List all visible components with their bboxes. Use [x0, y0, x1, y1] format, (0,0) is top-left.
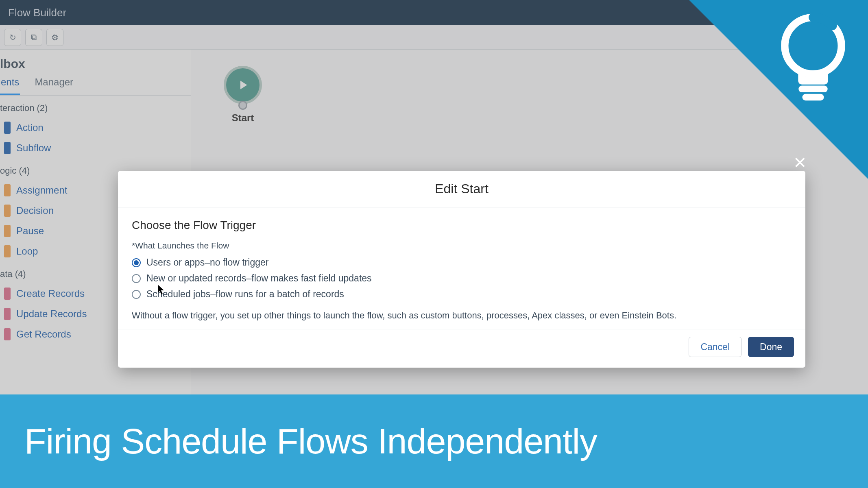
assignment-icon: [4, 184, 11, 196]
start-node-label: Start: [224, 112, 262, 124]
group-interaction: teraction (2): [0, 96, 191, 118]
lightbulb-icon: [774, 12, 852, 103]
modal-footer: Cancel Done: [118, 329, 805, 368]
radio-icon: [132, 274, 141, 283]
loop-icon: [4, 245, 11, 257]
required-label: *What Launches the Flow: [132, 241, 792, 251]
start-node[interactable]: Start: [224, 66, 262, 124]
radio-icon: [132, 258, 141, 267]
radio-option-scheduled-jobs[interactable]: Scheduled jobs–flow runs for a batch of …: [132, 286, 792, 302]
radio-icon: [132, 290, 141, 299]
app-title: Flow Builder: [8, 7, 66, 19]
title-banner: Firing Schedule Flows Independently: [0, 394, 868, 488]
settings-button[interactable]: ⚙: [46, 29, 63, 46]
tab-manager[interactable]: Manager: [34, 76, 74, 95]
radio-option-users-apps[interactable]: Users or apps–no flow trigger: [132, 255, 792, 270]
radio-option-new-updated-records[interactable]: New or updated records–flow makes fast f…: [132, 270, 792, 286]
done-button[interactable]: Done: [748, 337, 794, 357]
banner-title: Firing Schedule Flows Independently: [24, 420, 597, 462]
pause-icon: [4, 225, 11, 237]
help-text: Without a flow trigger, you set up other…: [132, 310, 792, 321]
toolbox-tabs: ents Manager: [0, 76, 191, 96]
get-records-icon: [4, 328, 11, 340]
toolbox-heading: lbox: [0, 50, 191, 76]
subflow-icon: [4, 142, 11, 154]
modal-body: Choose the Flow Trigger *What Launches t…: [118, 207, 805, 329]
start-node-connector[interactable]: [238, 101, 247, 110]
update-records-icon: [4, 308, 11, 320]
action-icon: [4, 122, 11, 134]
section-title: Choose the Flow Trigger: [132, 219, 792, 232]
tab-elements[interactable]: ents: [0, 76, 20, 95]
radio-label: New or updated records–flow makes fast f…: [146, 273, 372, 284]
redo-button[interactable]: ↻: [4, 29, 21, 46]
create-records-icon: [4, 288, 11, 300]
copy-button[interactable]: ⧉: [25, 29, 42, 46]
mouse-cursor-icon: [158, 285, 166, 298]
decision-icon: [4, 205, 11, 217]
radio-label: Scheduled jobs–flow runs for a batch of …: [146, 289, 344, 300]
modal-title: Edit Start: [118, 181, 805, 196]
start-node-circle: [224, 66, 262, 104]
edit-start-modal: Edit Start Choose the Flow Trigger *What…: [118, 171, 805, 368]
play-icon: [236, 78, 250, 92]
radio-label: Users or apps–no flow trigger: [146, 257, 268, 268]
sidebar-item-subflow[interactable]: Subflow: [0, 138, 191, 158]
edit-start-modal-wrap: ✕ Edit Start Choose the Flow Trigger *Wh…: [118, 171, 805, 368]
sidebar-item-action[interactable]: Action: [0, 118, 191, 138]
cancel-button[interactable]: Cancel: [689, 337, 742, 357]
